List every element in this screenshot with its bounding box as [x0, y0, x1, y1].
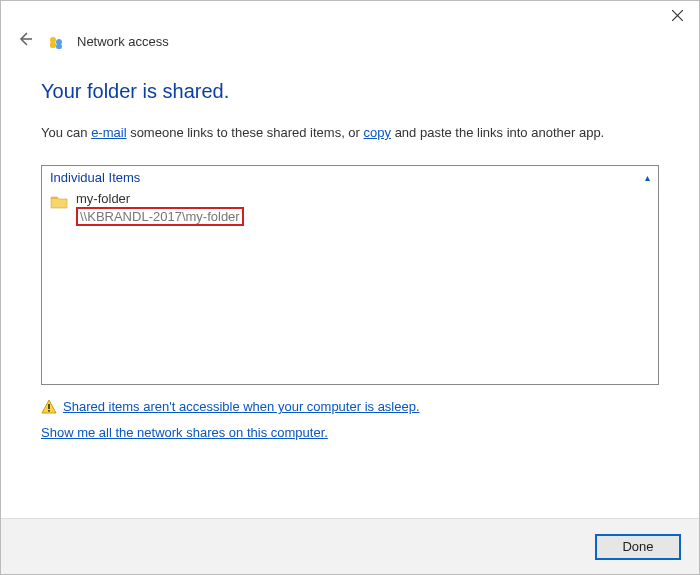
- description-text: You can e-mail someone links to these sh…: [41, 123, 659, 143]
- items-header[interactable]: Individual Items ▴: [42, 166, 658, 187]
- item-name: my-folder: [76, 191, 244, 206]
- items-header-label: Individual Items: [50, 170, 140, 185]
- button-bar: Done: [1, 518, 699, 574]
- warning-icon: [41, 399, 57, 415]
- content-area: Your folder is shared. You can e-mail so…: [1, 60, 699, 518]
- caret-up-icon: ▴: [645, 172, 650, 183]
- path-highlight: \\KBRANDL-2017\my-folder: [76, 207, 244, 226]
- sleep-warning-link[interactable]: Shared items aren't accessible when your…: [63, 399, 420, 414]
- back-arrow-icon[interactable]: [15, 31, 35, 52]
- done-button[interactable]: Done: [595, 534, 681, 560]
- sleep-warning-line: Shared items aren't accessible when your…: [41, 399, 659, 415]
- header-row: Network access: [1, 31, 699, 60]
- email-link[interactable]: e-mail: [91, 125, 126, 140]
- svg-rect-6: [56, 44, 62, 49]
- item-text: my-folder \\KBRANDL-2017\my-folder: [76, 191, 244, 226]
- close-button[interactable]: [655, 1, 699, 29]
- folder-icon: [50, 193, 68, 211]
- titlebar: [1, 1, 699, 31]
- show-all-shares-link[interactable]: Show me all the network shares on this c…: [41, 425, 659, 440]
- footer-links: Shared items aren't accessible when your…: [41, 399, 659, 440]
- svg-rect-8: [48, 410, 50, 412]
- desc-part: and paste the links into another app.: [391, 125, 604, 140]
- item-path: \\KBRANDL-2017\my-folder: [80, 209, 240, 224]
- network-access-dialog: Network access Your folder is shared. Yo…: [0, 0, 700, 575]
- desc-part: You can: [41, 125, 91, 140]
- svg-rect-7: [48, 404, 50, 409]
- shared-item-row[interactable]: my-folder \\KBRANDL-2017\my-folder: [42, 187, 658, 226]
- page-heading: Your folder is shared.: [41, 80, 659, 103]
- desc-part: someone links to these shared items, or: [127, 125, 364, 140]
- copy-link[interactable]: copy: [364, 125, 391, 140]
- individual-items-panel: Individual Items ▴ my-folder \\KBRANDL-2…: [41, 165, 659, 385]
- svg-rect-5: [50, 42, 56, 48]
- dialog-title: Network access: [77, 34, 169, 49]
- network-access-icon: [47, 33, 65, 51]
